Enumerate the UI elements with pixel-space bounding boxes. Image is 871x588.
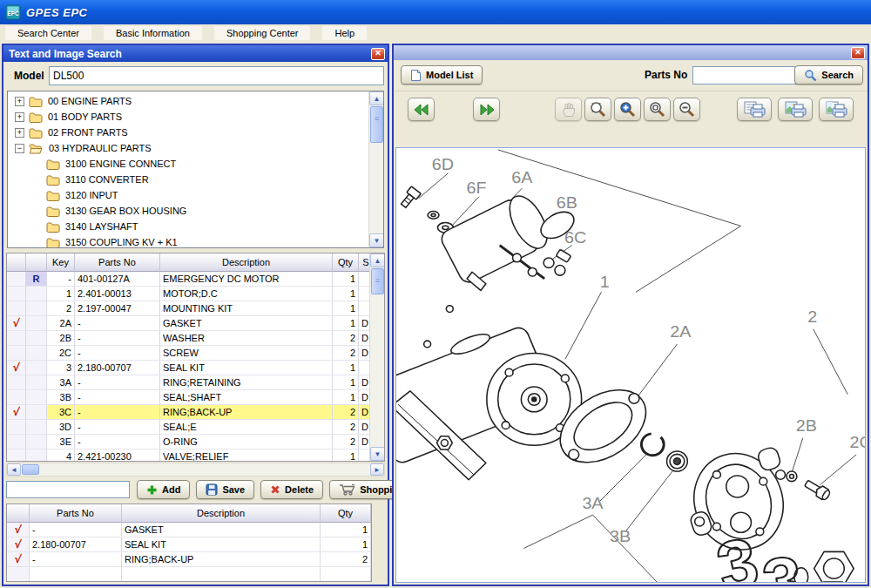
right-panel-titlebar: ✕ bbox=[394, 45, 868, 60]
save-button[interactable]: Save bbox=[196, 480, 254, 499]
description-cell: RING;RETAINING bbox=[160, 375, 333, 390]
diagram-label-2a: 2A bbox=[670, 322, 691, 341]
expand-icon[interactable]: + bbox=[15, 97, 24, 106]
row-check-cell: √ bbox=[7, 523, 30, 537]
menu-bar: Search CenterBasic InformationShopping C… bbox=[0, 24, 871, 41]
parts-table-row[interactable]: 22.197-00047MOUNTING KIT1 bbox=[7, 301, 384, 316]
parts-table-row[interactable]: R-401-00127AEMERGENCY DC MOTOR1 bbox=[7, 272, 384, 287]
key-cell: 3C bbox=[47, 405, 75, 420]
row-check-cell bbox=[7, 567, 30, 582]
tree-item-3120-input[interactable]: 3120 INPUT bbox=[8, 187, 368, 203]
description-cell: SCREW bbox=[160, 346, 333, 361]
tree-item-02-front-parts[interactable]: +02 FRONT PARTS bbox=[8, 125, 368, 140]
parts-table-row[interactable]: 2B-WASHER2D bbox=[7, 331, 384, 346]
menu-basic-information[interactable]: Basic Information bbox=[104, 26, 202, 40]
tree-item-03-hydraulic-parts[interactable]: −03 HYDRAULIC PARTS bbox=[8, 140, 368, 156]
selection-table-row[interactable]: √2.180-00707SEAL KIT1 bbox=[7, 537, 371, 552]
diagram-label-2b: 2B bbox=[796, 416, 817, 435]
menu-shopping-center[interactable]: Shopping Center bbox=[214, 26, 311, 40]
parts-table-row[interactable]: √2A-GASKET1D bbox=[7, 316, 384, 331]
parts-no-cell: - bbox=[75, 420, 160, 435]
check-icon: √ bbox=[14, 524, 22, 536]
selection-table-row[interactable] bbox=[7, 567, 371, 582]
add-button[interactable]: Add bbox=[137, 480, 190, 499]
diagram-label-6f: 6F bbox=[466, 178, 486, 197]
selection-table-row[interactable]: √-RING;BACK-UP2 bbox=[7, 552, 371, 567]
left-panel-titlebar: Text and Image Search ✕ bbox=[3, 45, 388, 62]
row-mark-cell bbox=[26, 301, 47, 316]
scroll-down-icon[interactable]: ▼ bbox=[369, 233, 384, 247]
qty-cell: 2 bbox=[333, 420, 359, 435]
parts-table-row[interactable]: √32.180-00707SEAL KIT1 bbox=[7, 361, 384, 375]
scroll-down-icon[interactable]: ▼ bbox=[370, 447, 385, 461]
parts-table-row[interactable]: 3A-RING;RETAINING1D bbox=[7, 375, 384, 390]
row-check-cell: √ bbox=[7, 552, 30, 567]
tree-item-3100-engine-connect[interactable]: 3100 ENGINE CONNECT bbox=[8, 156, 368, 172]
tree-item-3150-coupling-kv-k1[interactable]: 3150 COUPLING KV + K1 bbox=[8, 234, 368, 248]
table-header-row: KeyParts NoDescriptionQtyS bbox=[7, 253, 384, 272]
folder-closed-icon bbox=[46, 174, 60, 186]
column-header: Qty bbox=[321, 504, 371, 523]
zoom-actual-button[interactable] bbox=[644, 98, 671, 121]
parts-table-row[interactable]: 3E-O-RING2D bbox=[7, 435, 384, 449]
row-mark-cell bbox=[26, 316, 47, 331]
parts-table-hscrollbar[interactable]: ◄ ► bbox=[6, 463, 385, 476]
tree-item-label: 00 ENGINE PARTS bbox=[48, 96, 132, 106]
tree-item-01-body-parts[interactable]: +01 BODY PARTS bbox=[8, 109, 368, 125]
zoom-out-button[interactable] bbox=[673, 98, 700, 121]
zoom-in-icon bbox=[618, 100, 637, 118]
tree-scroll-thumb[interactable] bbox=[370, 106, 383, 143]
quantity-input[interactable] bbox=[6, 481, 130, 498]
expand-icon[interactable]: + bbox=[15, 128, 24, 138]
parts-table: ▲ ▼ KeyParts NoDescriptionQtySR-401-0012… bbox=[6, 253, 385, 462]
print-both-button[interactable] bbox=[819, 98, 854, 121]
tree-scrollbar[interactable]: ▲ ▼ bbox=[368, 91, 383, 247]
scroll-up-icon[interactable]: ▲ bbox=[369, 91, 384, 105]
tree-item-label: 01 BODY PARTS bbox=[48, 112, 122, 122]
tree-item-3140-layshaft[interactable]: 3140 LAYSHAFT bbox=[8, 219, 368, 234]
app-titlebar: EPC GPES EPC bbox=[0, 0, 871, 24]
print-list-button[interactable] bbox=[737, 98, 772, 121]
parts-table-row[interactable]: 12.401-00013MOTOR;D.C1 bbox=[7, 287, 384, 301]
tree-item-3130-gear-box-housing[interactable]: 3130 GEAR BOX HOUSING bbox=[8, 203, 368, 219]
zoom-in-button[interactable] bbox=[614, 98, 641, 121]
print-image-button[interactable] bbox=[778, 98, 813, 121]
selection-table-row[interactable]: √-GASKET1 bbox=[7, 523, 371, 537]
parts-table-row[interactable]: 2C-SCREW2D bbox=[7, 346, 384, 361]
close-icon[interactable]: ✕ bbox=[851, 47, 865, 59]
folder-closed-icon bbox=[29, 96, 43, 107]
scroll-up-icon[interactable]: ▲ bbox=[370, 253, 385, 267]
model-list-button[interactable]: Model List bbox=[401, 65, 483, 84]
close-icon[interactable]: ✕ bbox=[371, 48, 385, 60]
scroll-right-icon[interactable]: ► bbox=[370, 463, 384, 476]
zoom-region-button[interactable] bbox=[584, 98, 611, 121]
description-cell: MOTOR;D.C bbox=[160, 287, 333, 301]
parts-table-row[interactable]: 3D-SEAL;E2D bbox=[7, 420, 384, 435]
menu-search-center[interactable]: Search Center bbox=[5, 26, 91, 40]
scroll-left-icon[interactable]: ◄ bbox=[7, 463, 21, 476]
menu-help[interactable]: Help bbox=[322, 26, 367, 40]
plus-icon bbox=[146, 484, 158, 496]
delete-button[interactable]: Delete bbox=[260, 480, 323, 499]
model-input[interactable] bbox=[49, 66, 384, 85]
next-button[interactable] bbox=[473, 98, 500, 121]
key-cell: 3A bbox=[47, 375, 75, 390]
description-cell: SEAL KIT bbox=[160, 361, 333, 375]
row-check-cell bbox=[7, 331, 26, 346]
search-button[interactable]: Search bbox=[794, 65, 863, 84]
tree-item-3110-converter[interactable]: 3110 CONVERTER bbox=[8, 172, 368, 187]
parts-table-scrollbar[interactable]: ▲ ▼ bbox=[369, 253, 384, 461]
expand-icon[interactable]: + bbox=[15, 112, 24, 122]
description-cell: O-RING bbox=[160, 435, 333, 449]
prev-button[interactable] bbox=[408, 98, 435, 121]
tree-item-00-engine-parts[interactable]: +00 ENGINE PARTS bbox=[8, 93, 368, 109]
parts-scroll-thumb[interactable] bbox=[371, 268, 384, 294]
hand-button[interactable] bbox=[555, 98, 582, 121]
description-cell: GASKET bbox=[160, 316, 333, 331]
collapse-icon[interactable]: − bbox=[15, 144, 24, 153]
hscroll-thumb[interactable] bbox=[22, 464, 39, 475]
parts-table-row[interactable]: 3B-SEAL;SHAFT1D bbox=[7, 390, 384, 405]
parts-table-row[interactable]: √3C-RING;BACK-UP2D bbox=[7, 405, 384, 420]
tree-item-label: 3110 CONVERTER bbox=[65, 174, 149, 185]
parts-table-row[interactable]: 42.421-00230VALVE;RELIEF1 bbox=[7, 449, 384, 462]
